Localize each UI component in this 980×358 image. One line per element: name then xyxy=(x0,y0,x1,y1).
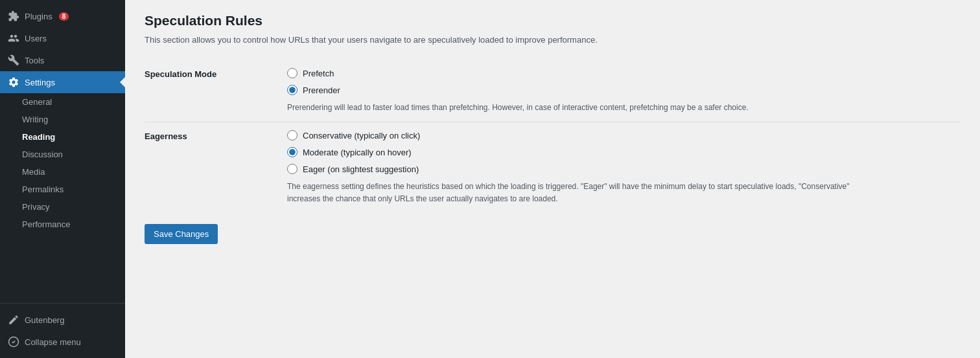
radio-label-prerender[interactable]: Prerender xyxy=(287,85,961,95)
settings-table: Speculation Mode Prefetch Prerender Prer xyxy=(145,60,961,214)
radio-label-prefetch[interactable]: Prefetch xyxy=(287,68,961,78)
radio-label-conservative[interactable]: Conservative (typically on click) xyxy=(287,130,961,140)
submenu-item-writing[interactable]: Writing xyxy=(0,111,125,128)
save-changes-button[interactable]: Save Changes xyxy=(145,224,218,244)
page-description: This section allows you to control how U… xyxy=(145,35,961,45)
sidebar-item-settings-label: Settings xyxy=(25,78,55,87)
radio-prerender[interactable] xyxy=(287,85,298,95)
sidebar-item-gutenberg[interactable]: Gutenberg xyxy=(0,309,125,331)
sidebar-item-collapse-label: Collapse menu xyxy=(25,337,81,347)
speculation-mode-label: Speculation Mode xyxy=(145,69,216,79)
sidebar-item-gutenberg-label: Gutenberg xyxy=(25,315,64,325)
eagerness-hint: The eagerness setting defines the heuris… xyxy=(287,181,870,205)
submenu-item-general[interactable]: General xyxy=(0,93,125,111)
radio-moderate-label: Moderate (typically on hover) xyxy=(303,148,412,157)
radio-conservative-label: Conservative (typically on click) xyxy=(303,131,420,140)
sidebar-item-plugins-label: Plugins xyxy=(25,12,52,21)
radio-eager[interactable] xyxy=(287,164,298,174)
collapse-icon xyxy=(8,336,19,348)
page-title: Speculation Rules xyxy=(145,13,961,28)
table-row-speculation-mode: Speculation Mode Prefetch Prerender Prer xyxy=(145,60,961,122)
eagerness-label: Eagerness xyxy=(145,131,187,141)
sidebar-item-settings[interactable]: Settings xyxy=(0,71,125,93)
tools-icon xyxy=(8,54,19,66)
submenu-item-privacy[interactable]: Privacy xyxy=(0,198,125,216)
users-icon xyxy=(8,32,19,44)
speculation-mode-hint: Prerendering will lead to faster load ti… xyxy=(287,102,870,114)
eagerness-radio-group: Conservative (typically on click) Modera… xyxy=(287,130,961,174)
radio-label-moderate[interactable]: Moderate (typically on hover) xyxy=(287,147,961,157)
submenu-item-performance[interactable]: Performance xyxy=(0,216,125,233)
radio-prerender-label: Prerender xyxy=(303,85,340,95)
settings-icon xyxy=(8,76,19,88)
sidebar-item-users[interactable]: Users xyxy=(0,27,125,49)
sidebar-item-collapse[interactable]: Collapse menu xyxy=(0,331,125,353)
gutenberg-icon xyxy=(8,314,19,326)
radio-label-eager[interactable]: Eager (on slightest suggestion) xyxy=(287,164,961,174)
plugins-badge: 8 xyxy=(59,12,69,21)
sidebar-item-tools-label: Tools xyxy=(25,56,44,65)
sidebar-item-tools[interactable]: Tools xyxy=(0,49,125,71)
sidebar-bottom: Gutenberg Collapse menu xyxy=(0,303,125,358)
table-row-eagerness: Eagerness Conservative (typically on cli… xyxy=(145,122,961,214)
main-content: Speculation Rules This section allows yo… xyxy=(125,0,980,358)
submenu-item-media[interactable]: Media xyxy=(0,163,125,181)
sidebar-top-nav: Plugins 8 Users Tools Settings General W… xyxy=(0,0,125,238)
settings-submenu: General Writing Reading Discussion Media… xyxy=(0,93,125,233)
plugin-icon xyxy=(8,10,19,22)
radio-prefetch-label: Prefetch xyxy=(303,69,334,78)
sidebar: Plugins 8 Users Tools Settings General W… xyxy=(0,0,125,358)
sidebar-active-arrow xyxy=(120,77,125,87)
sidebar-item-plugins[interactable]: Plugins 8 xyxy=(0,5,125,27)
submenu-item-reading[interactable]: Reading xyxy=(0,128,125,146)
radio-eager-label: Eager (on slightest suggestion) xyxy=(303,164,419,174)
submenu-item-discussion[interactable]: Discussion xyxy=(0,146,125,163)
radio-prefetch[interactable] xyxy=(287,68,298,78)
submenu-item-permalinks[interactable]: Permalinks xyxy=(0,181,125,198)
radio-conservative[interactable] xyxy=(287,130,298,140)
sidebar-item-users-label: Users xyxy=(25,34,47,43)
radio-moderate[interactable] xyxy=(287,147,298,157)
speculation-mode-radio-group: Prefetch Prerender xyxy=(287,68,961,95)
